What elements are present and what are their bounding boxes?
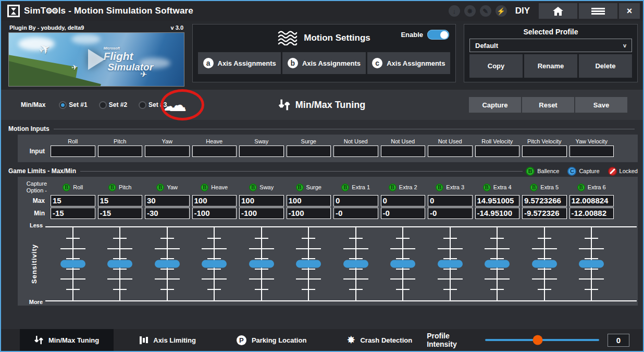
input-value-box[interactable] <box>239 145 284 157</box>
edit-icon[interactable]: ✎ <box>480 5 491 17</box>
slider-tick <box>202 278 227 280</box>
set-radio-2[interactable]: Set #2 <box>99 101 127 109</box>
slider-thumb[interactable] <box>390 260 415 268</box>
app-window: SimT⚙⚙ls - Motion Simulation Software ↓✸… <box>0 0 644 352</box>
max-value-box-extra-3[interactable]: 0 <box>428 195 473 207</box>
legend-ballence: BBallence <box>526 167 559 176</box>
min-value-box-extra-5[interactable]: -9.572326 <box>522 208 567 219</box>
max-value-box-extra-5[interactable]: 9.5723266 <box>522 195 567 207</box>
slider-thumb[interactable] <box>485 260 510 268</box>
sensitivity-slider-extra-5[interactable] <box>522 228 567 299</box>
min-value-box-surge[interactable]: -100 <box>287 208 331 219</box>
slider-thumb[interactable] <box>343 260 368 268</box>
enable-toggle[interactable] <box>427 30 449 40</box>
input-value-box[interactable] <box>428 145 473 157</box>
slider-thumb[interactable] <box>579 260 604 268</box>
input-value-box[interactable] <box>145 145 190 157</box>
sensitivity-slider-surge[interactable] <box>287 228 331 299</box>
sensitivity-slider-extra-6[interactable] <box>569 228 614 299</box>
slider-thumb[interactable] <box>296 260 321 268</box>
slider-tick <box>113 238 127 239</box>
intensity-slider[interactable] <box>485 339 599 341</box>
play-icon[interactable] <box>88 49 105 70</box>
input-value-box[interactable] <box>333 145 378 157</box>
set-radio-1[interactable]: Set #1 <box>59 101 87 109</box>
slider-tick <box>66 258 80 259</box>
max-value-box-sway[interactable]: 100 <box>239 195 284 207</box>
input-value-box[interactable] <box>98 145 143 157</box>
crash-icon[interactable]: ✸ <box>464 5 476 17</box>
reset-button[interactable]: Reset <box>522 97 574 113</box>
max-value-box-extra-4[interactable]: 14.951005 <box>475 195 520 207</box>
max-value-box-extra-6[interactable]: 12.008824 <box>569 195 614 207</box>
min-value-box-extra-4[interactable]: -14.95100 <box>475 208 520 219</box>
slider-thumb[interactable] <box>155 260 180 268</box>
slider-thumb[interactable] <box>532 260 557 268</box>
min-value-box-heave[interactable]: -100 <box>192 208 237 219</box>
copy-button[interactable]: Copy <box>469 54 523 78</box>
input-value-box[interactable] <box>51 145 95 157</box>
intensity-slider-thumb[interactable] <box>532 335 542 345</box>
profile-dropdown[interactable]: Default v <box>469 39 632 52</box>
min-value-box-extra-3[interactable]: -0 <box>428 208 473 219</box>
sensitivity-slider-yaw[interactable] <box>145 228 190 299</box>
delete-button[interactable]: Delete <box>579 54 632 78</box>
axis-assignments-button-b[interactable]: bAxis Assignments <box>282 52 365 74</box>
input-value-box[interactable] <box>192 145 237 157</box>
min-value-box-pitch[interactable]: -15 <box>98 208 143 219</box>
slider-tick <box>585 258 598 259</box>
input-value-box[interactable] <box>475 145 520 157</box>
input-value-box[interactable] <box>287 145 331 157</box>
tab-axis-limiting[interactable]: Axis Limiting <box>125 329 210 351</box>
sensitivity-slider-sway[interactable] <box>239 228 284 299</box>
download-icon[interactable]: ↓ <box>449 5 460 17</box>
slider-thumb[interactable] <box>107 260 132 268</box>
tab-crash-detection[interactable]: ✸Crash Detection <box>332 329 427 351</box>
tab-min-max-tuning[interactable]: Min/Max Tuning <box>20 329 114 351</box>
axis-assignments-button-a[interactable]: aAxis Assignments <box>198 52 281 74</box>
sensitivity-slider-pitch[interactable] <box>98 228 143 299</box>
min-value-box-sway[interactable]: -100 <box>239 208 284 219</box>
sensitivity-slider-heave[interactable] <box>192 228 237 299</box>
max-value-box-extra-1[interactable]: 0 <box>333 195 378 207</box>
slider-thumb[interactable] <box>202 260 227 268</box>
sensitivity-slider-extra-3[interactable] <box>428 228 473 299</box>
max-value-box-surge[interactable]: 100 <box>287 195 331 207</box>
max-value-box-roll[interactable]: 15 <box>51 195 95 207</box>
input-value-box[interactable] <box>381 145 426 157</box>
plug-icon[interactable]: ⚡ <box>496 5 507 17</box>
min-value-box-roll[interactable]: -15 <box>51 208 95 219</box>
min-value-box-extra-6[interactable]: -12.00882 <box>569 208 614 219</box>
slider-thumb[interactable] <box>438 260 463 268</box>
sensitivity-slider-extra-2[interactable] <box>381 228 426 299</box>
slider-thumb[interactable] <box>249 260 274 268</box>
input-value-box[interactable] <box>522 145 567 157</box>
intensity-value: 0 <box>608 334 629 347</box>
menu-button[interactable] <box>579 3 617 19</box>
max-value-box-pitch[interactable]: 15 <box>98 195 143 207</box>
capture-button[interactable]: Capture <box>469 97 521 113</box>
save-button[interactable]: Save <box>575 97 627 113</box>
max-value-box-yaw[interactable]: 30 <box>145 195 190 207</box>
sensitivity-slider-extra-4[interactable] <box>475 228 520 299</box>
tab-parking-location[interactable]: PParking Location <box>222 329 321 351</box>
min-value-box-extra-1[interactable]: -0 <box>333 208 378 219</box>
plugin-head: Plugin By - yobuddy, delta9 v 3.0 <box>8 24 184 32</box>
max-value-box-heave[interactable]: 100 <box>192 195 237 207</box>
limit-column-label: Heave <box>211 184 228 190</box>
min-value-box-extra-2[interactable]: -0 <box>381 208 426 219</box>
slider-thumb[interactable] <box>60 260 85 268</box>
axis-assignments-button-c[interactable]: cAxis Assignments <box>367 52 450 74</box>
sensitivity-slider-roll[interactable] <box>51 228 95 299</box>
letter-c-icon: c <box>372 58 382 68</box>
max-value-box-extra-2[interactable]: 0 <box>381 195 426 207</box>
home-button[interactable] <box>539 3 577 19</box>
game-limits-legend: BBallenceCCaptureLocked <box>526 167 638 176</box>
input-value-box[interactable] <box>569 145 614 157</box>
game-video-thumbnail[interactable]: ✈ ✈ ✈ Microsoft Flight Simulator <box>8 32 184 87</box>
rename-button[interactable]: Rename <box>524 54 577 78</box>
minmax-tuning-heading: Min/Max Tuning <box>279 99 366 111</box>
close-button[interactable]: × <box>619 3 640 19</box>
sensitivity-slider-extra-1[interactable] <box>333 228 378 299</box>
min-value-box-yaw[interactable]: -30 <box>145 208 190 219</box>
